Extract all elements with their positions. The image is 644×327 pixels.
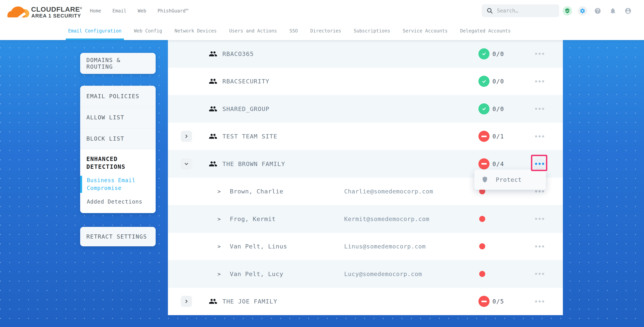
ellipsis-dot bbox=[538, 53, 541, 55]
ellipsis-dot bbox=[535, 245, 537, 248]
table-row-group[interactable]: RBACO3650/0 bbox=[168, 40, 563, 68]
chevron-down-icon bbox=[184, 161, 189, 167]
ellipsis-dot bbox=[542, 163, 544, 165]
member-name: Van Pelt, Linus bbox=[230, 243, 287, 250]
table-row-group[interactable]: THE JOE FAMILY0/5 bbox=[168, 288, 563, 315]
sidebar-item-email-policies[interactable]: EMAIL POLICIES bbox=[80, 86, 156, 107]
sidebar-item-allow-list[interactable]: ALLOW LIST bbox=[80, 107, 156, 128]
row-actions-menu-button[interactable] bbox=[533, 268, 546, 280]
tab-sso[interactable]: SSO bbox=[289, 22, 298, 40]
tab-users-and-actions[interactable]: Users and Actions bbox=[229, 22, 277, 40]
group-name: TEST TEAM SITE bbox=[222, 133, 277, 140]
account-icon[interactable] bbox=[624, 6, 633, 15]
member-email: Lucy@somedemocorp.com bbox=[344, 271, 422, 277]
tab-delegated-accounts[interactable]: Delegated Accounts bbox=[460, 22, 511, 40]
ellipsis-dot bbox=[542, 108, 544, 110]
registered-mark: ® bbox=[80, 6, 82, 10]
row-actions-menu-button[interactable] bbox=[533, 102, 546, 115]
ellipsis-dot bbox=[538, 245, 541, 248]
status-dot-unprotected bbox=[479, 243, 485, 249]
table-row-group[interactable]: TEST TEAM SITE0/1 bbox=[168, 123, 563, 150]
group-name: RBACSECURITY bbox=[222, 78, 270, 85]
sidebar-subitem-business-email-compromise[interactable]: Business Email Compromise bbox=[80, 177, 156, 192]
tab-directories[interactable]: Directories bbox=[310, 22, 341, 40]
ellipsis-dot bbox=[538, 108, 541, 110]
table-row-group[interactable]: RBACSECURITY0/0 bbox=[168, 68, 563, 95]
check-icon bbox=[481, 51, 487, 57]
header-status-icons bbox=[563, 0, 633, 22]
member-name: Brown, Charlie bbox=[230, 188, 283, 195]
table-row-member[interactable]: >Frog, KermitKermit@somedemocorp.com bbox=[168, 205, 563, 233]
group-name: THE JOE FAMILY bbox=[222, 298, 277, 305]
group-people-icon bbox=[209, 297, 217, 306]
tab-email-configuration[interactable]: Email Configuration bbox=[68, 22, 122, 40]
top-nav-item-phishguard[interactable]: PhishGuard™ bbox=[158, 8, 188, 13]
table-row-member[interactable]: >Van Pelt, LinusLinus@somedemocorp.com bbox=[168, 233, 563, 260]
member-email: Kermit@somedemocorp.com bbox=[344, 215, 430, 222]
row-actions-menu-button[interactable] bbox=[533, 295, 546, 308]
top-nav-item-email[interactable]: Email bbox=[112, 8, 126, 13]
ellipsis-dot bbox=[538, 218, 541, 220]
minus-icon bbox=[481, 301, 487, 302]
ellipsis-dot bbox=[538, 300, 541, 303]
tab-network-devices[interactable]: Network Devices bbox=[174, 22, 217, 40]
check-icon bbox=[481, 78, 487, 84]
member-email: Linus@somedemocorp.com bbox=[344, 243, 426, 250]
expand-toggle-button[interactable] bbox=[181, 296, 192, 307]
top-nav-item-home[interactable]: Home bbox=[90, 8, 101, 13]
row-actions-menu-button[interactable] bbox=[533, 157, 546, 170]
protected-count: 0/0 bbox=[492, 105, 504, 112]
row-actions-menu-button[interactable] bbox=[533, 240, 546, 253]
help-icon[interactable] bbox=[593, 6, 602, 15]
ellipsis-dot bbox=[535, 190, 537, 192]
top-nav-item-web[interactable]: Web bbox=[138, 8, 146, 13]
group-name: SHARED_GROUP bbox=[222, 105, 270, 112]
tab-service-accounts[interactable]: Service Accounts bbox=[403, 22, 448, 40]
ellipsis-dot bbox=[535, 108, 537, 110]
sidebar-subitem-added-detections[interactable]: Added Detections bbox=[80, 198, 156, 206]
bell-icon[interactable] bbox=[608, 6, 618, 15]
member-chevron-icon: > bbox=[218, 271, 221, 277]
expand-toggle-button[interactable] bbox=[181, 158, 192, 170]
search-input[interactable] bbox=[496, 7, 554, 14]
sidebar-item-domains-routing[interactable]: DOMAINS & ROUTING bbox=[80, 53, 156, 74]
member-chevron-icon: > bbox=[218, 216, 221, 222]
sidebar-item-enhanced-detections[interactable]: ENHANCED DETECTIONS bbox=[80, 155, 156, 171]
status-badge-pass bbox=[478, 103, 490, 114]
context-menu-item-protect[interactable]: Protect bbox=[496, 176, 522, 183]
group-people-icon bbox=[209, 105, 217, 113]
gear-icon[interactable] bbox=[578, 6, 587, 15]
row-actions-menu-button[interactable] bbox=[533, 75, 546, 88]
sidebar-card-3: RETRACT SETTINGS bbox=[80, 227, 156, 246]
shield-check-icon[interactable] bbox=[563, 6, 572, 15]
row-actions-menu-button[interactable] bbox=[533, 47, 546, 60]
app-header: CLOUDFLARE® AREA 1 SECURITY HomeEmailWeb… bbox=[0, 0, 644, 22]
row-actions-menu-button[interactable] bbox=[533, 213, 546, 225]
ellipsis-dot bbox=[542, 53, 544, 55]
tab-web-config[interactable]: Web Config bbox=[134, 22, 162, 40]
ellipsis-dot bbox=[542, 245, 544, 248]
sidebar-item-block-list[interactable]: BLOCK LIST bbox=[80, 128, 156, 149]
ellipsis-dot bbox=[542, 273, 544, 275]
chevron-right-icon bbox=[184, 299, 189, 304]
page-background: CLOUDFLARE® AREA 1 SECURITY HomeEmailWeb… bbox=[0, 0, 644, 327]
table-row-group[interactable]: SHARED_GROUP0/0 bbox=[168, 95, 563, 123]
member-email: Charlie@somedemocorp.com bbox=[344, 188, 433, 195]
top-nav: HomeEmailWebPhishGuard™ bbox=[90, 0, 188, 22]
sidebar-item-retract-settings[interactable]: RETRACT SETTINGS bbox=[80, 227, 156, 246]
search-box bbox=[482, 4, 559, 17]
ellipsis-dot bbox=[535, 135, 537, 137]
ellipsis-dot bbox=[542, 218, 544, 220]
status-badge-fail bbox=[478, 296, 490, 307]
group-people-icon bbox=[209, 132, 217, 141]
tab-subscriptions[interactable]: Subscriptions bbox=[354, 22, 390, 40]
row-actions-menu-button[interactable] bbox=[533, 130, 546, 143]
group-people-icon bbox=[209, 77, 217, 85]
table-row-member[interactable]: >Van Pelt, LucyLucy@somedemocorp.com bbox=[168, 260, 563, 288]
status-badge-pass bbox=[478, 76, 490, 87]
ellipsis-dot bbox=[542, 135, 544, 137]
member-name: Frog, Kermit bbox=[230, 215, 276, 222]
expand-toggle-button[interactable] bbox=[181, 131, 192, 142]
search-icon bbox=[486, 7, 493, 14]
status-badge-fail bbox=[478, 158, 490, 169]
